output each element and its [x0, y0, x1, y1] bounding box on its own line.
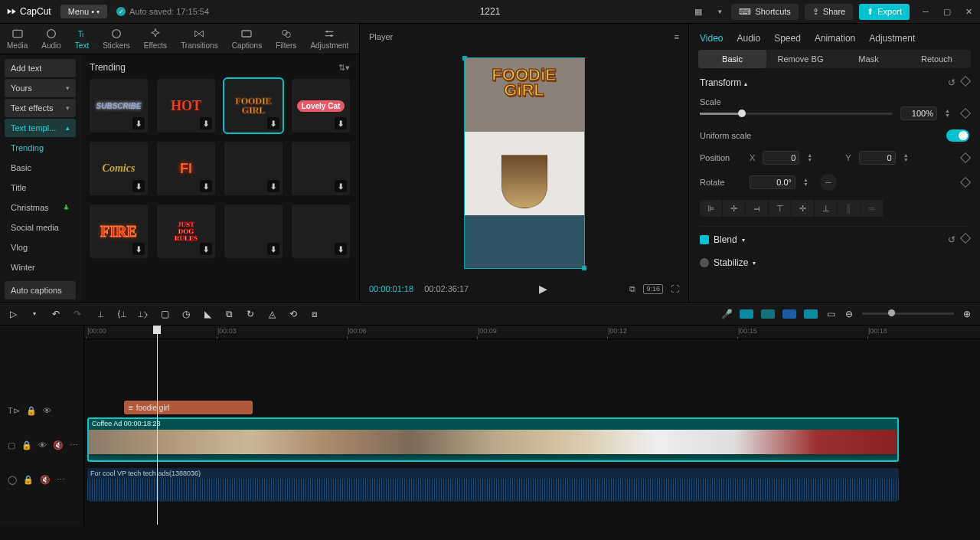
tab-animation[interactable]: Animation — [815, 33, 855, 44]
ribbon-filters[interactable]: Filters — [269, 24, 303, 54]
subtab-basic[interactable]: Basic — [698, 50, 766, 68]
speed-tool[interactable]: ◷ — [181, 309, 191, 319]
undo-button[interactable]: ↶ — [51, 309, 61, 319]
zoom-out[interactable]: ⊖ — [844, 309, 854, 319]
download-icon[interactable]: ⬇ — [200, 180, 212, 192]
distribute-v[interactable]: ═ — [861, 200, 884, 217]
share-button[interactable]: ⇪Share — [805, 4, 853, 20]
download-icon[interactable]: ⬇ — [335, 117, 347, 129]
mirror-tool[interactable]: ◬ — [266, 309, 277, 319]
crop-tool[interactable]: ⧈ — [309, 309, 320, 319]
template-speed-lines[interactable]: ⬇ — [292, 205, 350, 258]
tab-adjustment[interactable]: Adjustment — [869, 33, 915, 44]
align-vcenter[interactable]: ✛ — [792, 200, 815, 217]
blend-checkbox[interactable] — [700, 235, 709, 244]
nav-text-templates[interactable]: Text templ...▴ — [5, 119, 76, 137]
ribbon-text[interactable]: TIText — [68, 24, 96, 54]
tab-video[interactable]: Video — [700, 33, 723, 44]
rotate-dial[interactable]: ─ — [820, 174, 837, 191]
subtab-retouch[interactable]: Retouch — [903, 50, 971, 68]
stabilize-heading[interactable]: Stabilize — [714, 257, 748, 268]
scale-stepper[interactable]: ▲▼ — [945, 109, 954, 118]
mic-icon[interactable]: 🎤 — [721, 309, 732, 319]
download-icon[interactable]: ⬇ — [335, 180, 347, 192]
template-comics[interactable]: Comics⬇ — [90, 142, 148, 195]
align-hcenter[interactable]: ✛ — [723, 200, 746, 217]
rotate-keyframe-icon[interactable] — [960, 177, 971, 188]
template-dog-rules[interactable]: JUST DOG RULES⬇ — [157, 205, 215, 258]
blend-heading[interactable]: Blend — [714, 234, 737, 245]
shortcuts-button[interactable]: ⌨Shortcuts — [731, 4, 798, 20]
ribbon-transitions[interactable]: Transitions — [174, 24, 225, 54]
nav-winter[interactable]: Winter — [5, 258, 76, 277]
template-blank2[interactable]: ⬇ — [292, 142, 350, 195]
blend-keyframe-icon[interactable] — [960, 233, 971, 244]
minimize-icon[interactable]: ─ — [920, 6, 931, 17]
nav-christmas[interactable]: Christmas 🎄 — [5, 198, 76, 217]
scale-slider[interactable] — [700, 113, 893, 115]
freeze-tool[interactable]: ⧉ — [224, 309, 234, 319]
template-lovely-cat[interactable]: Lovely Cat⬇ — [292, 79, 350, 133]
align-top[interactable]: ⊤ — [769, 200, 792, 217]
chevron-down-icon[interactable]: ▾ — [714, 6, 725, 17]
ribbon-captions[interactable]: Captions — [225, 24, 269, 54]
template-subscribe[interactable]: SUBSCRIBE⬇ — [90, 79, 148, 133]
ribbon-adjustment[interactable]: Adjustment — [303, 24, 355, 54]
ribbon-stickers[interactable]: Stickers — [96, 24, 137, 54]
video-clip[interactable]: Coffee Ad 00:00:18:28 — [87, 417, 899, 462]
play-button[interactable]: ▶ — [539, 283, 547, 295]
aspect-ratio[interactable]: 9:16 — [643, 284, 663, 294]
download-icon[interactable]: ⬇ — [132, 117, 145, 129]
nav-vlog[interactable]: Vlog — [5, 238, 76, 257]
pos-x-input[interactable]: 0 — [763, 151, 799, 165]
player-menu-icon[interactable]: ≡ — [675, 32, 679, 41]
uniform-toggle[interactable] — [946, 129, 969, 142]
nav-yours[interactable]: Yours▾ — [5, 79, 76, 97]
menu-button[interactable]: Menu•▾ — [60, 5, 107, 18]
template-fire[interactable]: FIRE⬇ — [90, 205, 148, 258]
ribbon-media[interactable]: Media — [0, 24, 34, 54]
align-bottom[interactable]: ⊥ — [815, 200, 838, 217]
keyframe-icon[interactable] — [960, 76, 971, 87]
template-fire-flame[interactable]: FI⬇ — [157, 142, 215, 195]
position-keyframe-icon[interactable] — [960, 152, 971, 163]
stabilize-checkbox[interactable] — [700, 258, 709, 267]
nav-trending[interactable]: Trending — [5, 139, 76, 157]
nav-text-effects[interactable]: Text effects▾ — [5, 99, 76, 117]
marker-tool[interactable]: ◣ — [202, 309, 213, 319]
zoom-slider[interactable] — [862, 313, 954, 315]
zoom-fit[interactable]: ⊕ — [962, 309, 972, 319]
nav-auto-captions[interactable]: Auto captions — [5, 281, 76, 299]
audio-clip[interactable]: For cool VP tech tech ads(1388036) — [87, 468, 899, 502]
ribbon-effects[interactable]: Effects — [137, 24, 174, 54]
download-icon[interactable]: ⬇ — [267, 117, 279, 129]
snap-mode-2[interactable] — [761, 309, 775, 319]
pos-x-stepper[interactable]: ▲▼ — [807, 153, 816, 162]
ribbon-audio[interactable]: Audio — [34, 24, 68, 54]
template-blank3[interactable]: ⬇ — [224, 205, 283, 258]
subtab-removebg[interactable]: Remove BG — [766, 50, 835, 68]
subtab-mask[interactable]: Mask — [835, 50, 903, 68]
split-right[interactable]: ⟂⟩ — [138, 309, 149, 319]
scale-value[interactable]: 100% — [900, 106, 937, 120]
download-icon[interactable]: ⬇ — [200, 243, 212, 255]
template-blank1[interactable]: ⬇ — [224, 142, 283, 195]
pointer-tool[interactable]: ▷ — [8, 309, 18, 319]
nav-title[interactable]: Title — [5, 178, 76, 197]
video-track-header[interactable]: ▢🔒👁🔇⋯ — [0, 421, 83, 470]
download-icon[interactable]: ⬇ — [267, 180, 279, 192]
preview-mode-icon[interactable]: ▭ — [825, 309, 836, 319]
maximize-icon[interactable]: ▢ — [942, 6, 952, 17]
text-track-header[interactable]: T⊳🔒👁 — [0, 401, 83, 421]
export-button[interactable]: ⬆Export — [859, 4, 910, 20]
tab-audio[interactable]: Audio — [737, 33, 760, 44]
reverse-tool[interactable]: ↻ — [245, 309, 256, 319]
download-icon[interactable]: ⬇ — [335, 243, 347, 255]
preview-canvas[interactable]: FOODiEGiRL — [465, 58, 584, 268]
align-right[interactable]: ⫤ — [746, 200, 769, 217]
nav-social[interactable]: Social media — [5, 218, 76, 237]
rotate-tool[interactable]: ⟲ — [288, 309, 299, 319]
pos-y-input[interactable]: 0 — [859, 151, 896, 165]
pointer-dropdown[interactable]: ▾ — [29, 309, 40, 319]
delete-tool[interactable]: ▢ — [159, 309, 170, 319]
